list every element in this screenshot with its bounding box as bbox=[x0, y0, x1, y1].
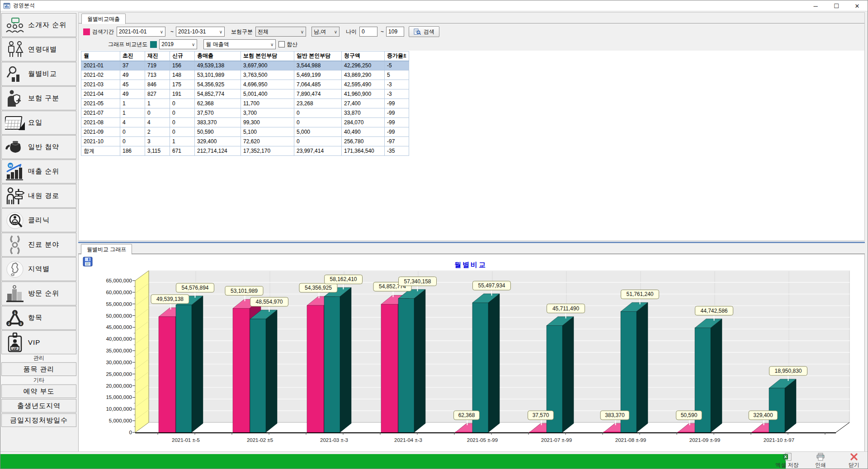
sidebar-item-region[interactable]: 지역별 bbox=[1, 257, 76, 281]
table-row[interactable]: 2021-0511062,36811,70023,26827,400-99 bbox=[81, 99, 409, 108]
sidebar-item-sales-rank[interactable]: W 매출 순위 bbox=[1, 159, 76, 183]
column-header[interactable]: 청구액 bbox=[342, 52, 385, 61]
svg-text:2021-01 ±-5: 2021-01 ±-5 bbox=[172, 437, 200, 443]
vip-badge-icon: VIP bbox=[2, 333, 28, 352]
sidebar-item-referrer-rank[interactable]: 소개자 순위 bbox=[1, 13, 76, 37]
svg-text:50,590: 50,590 bbox=[681, 412, 698, 418]
monthly-compare-chart: 월별비교05,000,00010,000,00015,000,00020,000… bbox=[80, 255, 863, 451]
close-button[interactable]: ✕ bbox=[847, 0, 868, 11]
sidebar-button-item-management[interactable]: 품목 관리 bbox=[1, 362, 76, 376]
table-row[interactable]: 2021-024971314853,101,9893,763,5005,469,… bbox=[81, 70, 409, 80]
clinic-magnifier-icon bbox=[2, 211, 28, 230]
metric-select[interactable]: 월 매출액∨ bbox=[203, 39, 276, 49]
gender-select[interactable]: 남,여∨ bbox=[311, 27, 340, 37]
sidebar-item-clinic[interactable]: 클리닉 bbox=[1, 208, 76, 232]
column-header[interactable]: 총매출 bbox=[195, 52, 241, 61]
sidebar-item-label: 연령대별 bbox=[28, 45, 57, 54]
range-separator: ~ bbox=[170, 28, 174, 35]
svg-text:15,000,000: 15,000,000 bbox=[106, 394, 132, 400]
svg-text:월별비교: 월별비교 bbox=[454, 261, 487, 268]
age-min-input[interactable] bbox=[359, 27, 377, 37]
svg-text:1: 1 bbox=[14, 311, 16, 315]
search-button[interactable]: 검색 bbox=[409, 26, 439, 37]
sidebar-item-visit-rank[interactable]: 방문 순위 bbox=[1, 281, 76, 305]
sidebar-button-birthyear-region[interactable]: 출생년도지역 bbox=[1, 399, 76, 413]
sidebar-item-age-group[interactable]: 연령대별 bbox=[1, 38, 76, 61]
svg-text:383,370: 383,370 bbox=[605, 412, 625, 418]
sidebar-button-today-prescription[interactable]: 금일지정처방일수 bbox=[1, 413, 76, 427]
tab-monthly-compare-graph[interactable]: 월별비교 그래프 bbox=[81, 244, 132, 254]
table-header-row: 월초진재진신규총매출보험 본인부담일반 본인부담청구액증가율± bbox=[81, 52, 409, 61]
close-panel-button[interactable]: 닫기 bbox=[842, 453, 866, 469]
sidebar-item-items[interactable]: 123 항목 bbox=[1, 306, 76, 330]
svg-text:58,162,410: 58,162,410 bbox=[330, 276, 357, 282]
sidebar-item-weekday[interactable]: 요일 bbox=[1, 111, 76, 135]
search-icon bbox=[414, 28, 421, 35]
svg-text:18,950,830: 18,950,830 bbox=[774, 368, 802, 374]
compare-year-select[interactable]: 2019∨ bbox=[159, 39, 197, 49]
svg-text:2021-05 ±-99: 2021-05 ±-99 bbox=[467, 437, 498, 443]
column-header[interactable]: 초진 bbox=[120, 52, 145, 61]
column-header[interactable]: 신규 bbox=[170, 52, 195, 61]
table-row[interactable]: 2021-0902050,5905,1005,00040,490-99 bbox=[81, 127, 409, 137]
column-header[interactable]: 증가율± bbox=[385, 52, 409, 61]
sidebar-item-visit-route[interactable]: 내원 경로 bbox=[1, 184, 76, 208]
table-row[interactable]: 2021-034584617554,356,9254,696,9507,064,… bbox=[81, 80, 409, 89]
joint-icon bbox=[2, 235, 28, 255]
search-button-label: 검색 bbox=[424, 28, 434, 36]
svg-text:30,000,000: 30,000,000 bbox=[106, 360, 132, 365]
age-max-input[interactable] bbox=[386, 27, 404, 37]
chart-section: 월별비교 그래프 월별비교05,000,00010,000,00015,000,… bbox=[78, 242, 865, 452]
table-row[interactable]: 2021-10031329,40072,6200256,780-97 bbox=[81, 137, 409, 146]
sidebar-item-herbal[interactable]: 일반 첩약 bbox=[1, 135, 76, 159]
svg-text:65,000,000: 65,000,000 bbox=[106, 278, 132, 283]
svg-text:2021-08 ±-99: 2021-08 ±-99 bbox=[615, 437, 646, 443]
title-bar: 경영분석 ─ ☐ ✕ bbox=[0, 0, 868, 11]
table-row[interactable]: 2021-013771915649,539,1383,697,9003,544,… bbox=[81, 61, 409, 70]
teapot-icon bbox=[2, 140, 28, 155]
print-button[interactable]: 인쇄 bbox=[809, 453, 832, 469]
insurance-select[interactable]: 전체∨ bbox=[255, 27, 306, 37]
sidebar-item-treatment-field[interactable]: 진료 분야 bbox=[1, 233, 76, 257]
podium-icon bbox=[2, 285, 28, 303]
svg-text:2021-10 ±-97: 2021-10 ±-97 bbox=[764, 437, 794, 443]
excel-save-button[interactable]: X 엑셀 저장 bbox=[775, 453, 799, 469]
maximize-button[interactable]: ☐ bbox=[826, 0, 847, 11]
calendar-icon bbox=[2, 115, 28, 131]
sidebar-section-etc: 기타 bbox=[1, 377, 76, 384]
printer-icon bbox=[816, 453, 825, 461]
table-row[interactable]: 2021-08440383,37099,3000284,070-99 bbox=[81, 118, 409, 127]
close-x-icon bbox=[850, 453, 858, 461]
sidebar-button-no-show[interactable]: 예약 부도 bbox=[1, 385, 76, 398]
excel-icon: X bbox=[783, 453, 792, 461]
sidebar-item-monthly-compare[interactable]: 월별비교 bbox=[1, 62, 76, 86]
svg-text:329,400: 329,400 bbox=[753, 412, 773, 418]
sidebar-item-label: VIP bbox=[28, 338, 40, 346]
period-from-select[interactable]: 2021-01-01∨ bbox=[117, 27, 165, 37]
status-bar: X 엑셀 저장 인쇄 닫기 bbox=[0, 451, 868, 469]
age-label: 나이 bbox=[346, 28, 357, 36]
column-header[interactable]: 재진 bbox=[145, 52, 170, 61]
chevron-down-icon: ∨ bbox=[192, 42, 195, 47]
sum-checkbox[interactable] bbox=[278, 41, 285, 47]
chart-tabstrip: 월별비교 그래프 bbox=[78, 243, 865, 254]
table-row[interactable]: 2021-044982719154,852,7745,001,4007,890,… bbox=[81, 89, 409, 99]
svg-text:44,742,586: 44,742,586 bbox=[700, 308, 727, 314]
tab-monthly-compare-sales[interactable]: 월별비교매출 bbox=[81, 14, 126, 24]
column-header[interactable]: 일반 본인부담 bbox=[294, 52, 342, 61]
table-row[interactable]: 2021-0710037,5703,700033,870-99 bbox=[81, 108, 409, 118]
table-row[interactable]: 합계1863,115671212,714,12417,352,17023,997… bbox=[81, 146, 409, 156]
sidebar-item-insurance-type[interactable]: 보험 구분 bbox=[1, 86, 76, 110]
sidebar-item-label: 진료 분야 bbox=[28, 240, 59, 249]
magnifier-bars-icon bbox=[2, 66, 28, 83]
column-header[interactable]: 보험 본인부담 bbox=[241, 52, 294, 61]
period-to-select[interactable]: 2021-10-31∨ bbox=[176, 27, 225, 37]
svg-text:20,000,000: 20,000,000 bbox=[106, 383, 132, 389]
sidebar-item-vip[interactable]: VIP VIP bbox=[1, 330, 76, 354]
people-bubble-icon bbox=[2, 18, 28, 33]
svg-text:3: 3 bbox=[20, 322, 22, 326]
column-header[interactable]: 월 bbox=[81, 52, 120, 61]
minimize-button[interactable]: ─ bbox=[805, 0, 826, 11]
app-window: 경영분석 ─ ☐ ✕ 소개자 순위 연령대별 월별비교 보험 구분 bbox=[0, 0, 868, 469]
svg-text:37,570: 37,570 bbox=[533, 412, 549, 418]
